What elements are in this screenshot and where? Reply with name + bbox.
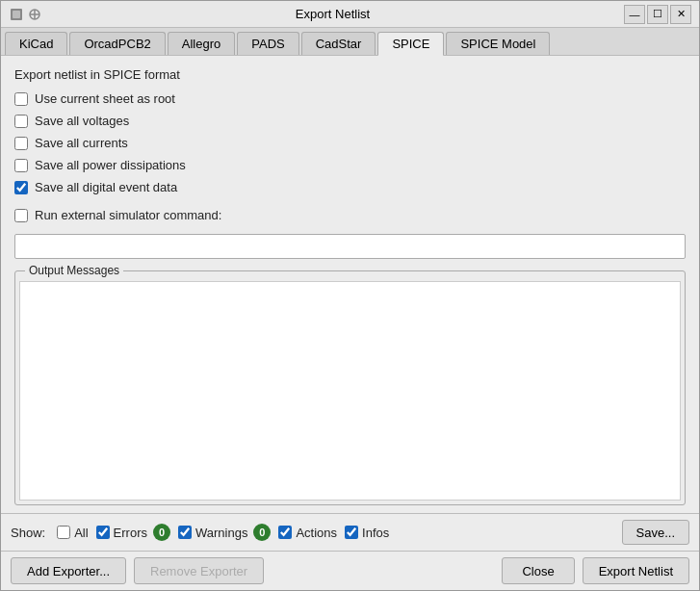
app-icon	[9, 7, 24, 22]
tab-orcadpcb2[interactable]: OrcadPCB2	[69, 32, 165, 55]
pin-icon	[28, 8, 41, 21]
save-voltages-checkbox[interactable]	[14, 115, 28, 128]
save-currents-checkbox[interactable]	[14, 137, 28, 150]
output-messages-area[interactable]	[19, 281, 681, 501]
save-voltages-label[interactable]: Save all voltages	[35, 114, 129, 128]
tab-pads[interactable]: PADS	[237, 32, 298, 55]
close-button[interactable]: Close	[502, 557, 574, 584]
tab-allegro[interactable]: Allegro	[168, 32, 235, 55]
export-netlist-button[interactable]: Export Netlist	[583, 557, 689, 584]
tabs-bar: KiCad OrcadPCB2 Allegro PADS CadStar SPI…	[1, 28, 699, 56]
save-power-row: Save all power dissipations	[14, 158, 686, 172]
show-label: Show:	[11, 526, 45, 540]
infos-label[interactable]: Infos	[362, 526, 389, 540]
window-title: Export Netlist	[296, 7, 370, 21]
save-digital-label[interactable]: Save all digital event data	[35, 180, 177, 194]
infos-check-row: Infos	[345, 526, 389, 540]
all-check-row: All	[57, 526, 88, 540]
titlebar-controls: — ☐ ✕	[624, 5, 691, 24]
save-currents-row: Save all currents	[14, 136, 686, 150]
actions-check-row: Actions	[278, 526, 337, 540]
bottom-bar: Show: All Errors 0 Warnings 0 Actions In…	[1, 513, 699, 551]
run-simulator-row: Run external simulator command:	[14, 208, 686, 222]
add-exporter-button[interactable]: Add Exporter...	[11, 557, 126, 584]
minimize-button[interactable]: —	[624, 5, 645, 24]
actions-checkbox[interactable]	[278, 526, 292, 539]
section-label: Export netlist in SPICE format	[14, 67, 686, 82]
save-digital-row: Save all digital event data	[14, 180, 686, 194]
output-messages-legend: Output Messages	[25, 264, 123, 277]
save-voltages-row: Save all voltages	[14, 114, 686, 128]
remove-exporter-button[interactable]: Remove Exporter	[134, 557, 264, 584]
titlebar: Export Netlist — ☐ ✕	[1, 1, 699, 28]
warnings-label[interactable]: Warnings	[195, 526, 247, 540]
close-button[interactable]: ✕	[670, 5, 691, 24]
save-currents-label[interactable]: Save all currents	[35, 136, 128, 150]
use-current-sheet-label[interactable]: Use current sheet as root	[35, 91, 175, 106]
use-current-sheet-checkbox[interactable]	[14, 92, 28, 106]
errors-label[interactable]: Errors	[114, 526, 147, 540]
tab-kicad[interactable]: KiCad	[5, 32, 67, 55]
warnings-badge: 0	[253, 524, 271, 541]
footer-bar: Add Exporter... Remove Exporter Close Ex…	[1, 551, 699, 590]
svg-rect-1	[13, 11, 20, 18]
maximize-button[interactable]: ☐	[647, 5, 668, 24]
errors-checkbox[interactable]	[96, 526, 110, 539]
save-button[interactable]: Save...	[622, 520, 689, 545]
save-power-checkbox[interactable]	[14, 159, 28, 172]
save-digital-checkbox[interactable]	[14, 181, 28, 194]
use-current-sheet-row: Use current sheet as root	[14, 91, 686, 106]
run-simulator-checkbox[interactable]	[14, 209, 28, 222]
output-messages-group: Output Messages	[14, 270, 686, 505]
all-label[interactable]: All	[74, 526, 88, 540]
save-power-label[interactable]: Save all power dissipations	[35, 158, 186, 172]
tab-spice-model[interactable]: SPICE Model	[446, 32, 550, 55]
errors-check-row: Errors 0	[96, 524, 170, 541]
main-window: Export Netlist — ☐ ✕ KiCad OrcadPCB2 All…	[0, 0, 700, 591]
tab-spice[interactable]: SPICE	[377, 32, 444, 56]
tab-cadstar[interactable]: CadStar	[301, 32, 376, 55]
errors-badge: 0	[153, 524, 170, 541]
actions-label[interactable]: Actions	[296, 526, 337, 540]
run-simulator-label[interactable]: Run external simulator command:	[35, 208, 221, 222]
command-input[interactable]: spice "%I"	[14, 234, 686, 259]
infos-checkbox[interactable]	[345, 526, 358, 539]
warnings-check-row: Warnings 0	[178, 524, 271, 541]
all-checkbox[interactable]	[57, 526, 70, 539]
titlebar-app-icons	[9, 7, 41, 22]
main-content: Export netlist in SPICE format Use curre…	[1, 56, 699, 513]
warnings-checkbox[interactable]	[178, 526, 192, 539]
